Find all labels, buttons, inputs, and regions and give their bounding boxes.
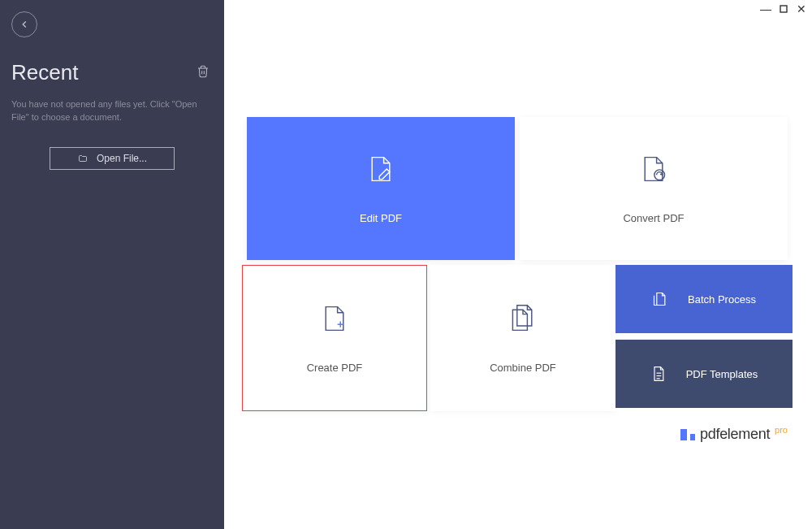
edit-pdf-tile[interactable]: Edit PDF bbox=[247, 117, 515, 260]
chevron-left-icon bbox=[19, 19, 30, 30]
open-file-label: Open File... bbox=[97, 153, 147, 164]
brand-logo: pdfelement pro bbox=[680, 426, 788, 443]
combine-pdf-icon bbox=[508, 303, 538, 334]
convert-pdf-icon bbox=[639, 154, 668, 184]
bottom-tiles: Create PDF Combine PDF Batch Process PDF… bbox=[242, 265, 793, 411]
edit-pdf-icon bbox=[366, 154, 395, 184]
trash-icon bbox=[197, 64, 209, 79]
recent-header: Recent bbox=[11, 60, 213, 85]
open-file-button[interactable]: Open File... bbox=[50, 147, 175, 170]
combine-pdf-tile[interactable]: Combine PDF bbox=[430, 265, 615, 411]
folder-icon bbox=[77, 154, 89, 163]
convert-pdf-tile[interactable]: Convert PDF bbox=[520, 117, 788, 260]
side-tiles: Batch Process PDF Templates bbox=[615, 265, 793, 411]
window-controls: — ✕ bbox=[760, 3, 807, 15]
minimize-button[interactable]: — bbox=[760, 3, 771, 15]
batch-process-tile[interactable]: Batch Process bbox=[615, 265, 793, 333]
maximize-button[interactable] bbox=[778, 3, 789, 15]
back-button[interactable] bbox=[11, 11, 37, 37]
pdf-templates-icon bbox=[650, 365, 667, 383]
combine-pdf-label: Combine PDF bbox=[490, 362, 556, 374]
recent-title: Recent bbox=[11, 60, 78, 85]
clear-recent-button[interactable] bbox=[193, 61, 213, 85]
create-pdf-label: Create PDF bbox=[307, 362, 363, 374]
edit-pdf-label: Edit PDF bbox=[360, 212, 402, 224]
main-panel: — ✕ Edit PDF Convert PDF Create PDF Comb… bbox=[224, 0, 812, 529]
recent-empty-message: You have not opened any files yet. Click… bbox=[11, 98, 213, 124]
create-pdf-tile[interactable]: Create PDF bbox=[242, 265, 427, 411]
convert-pdf-label: Convert PDF bbox=[623, 212, 684, 224]
brand-suffix: pro bbox=[775, 425, 788, 435]
batch-process-label: Batch Process bbox=[688, 293, 756, 306]
sidebar: Recent You have not opened any files yet… bbox=[0, 0, 224, 529]
svg-rect-0 bbox=[780, 6, 787, 12]
close-button[interactable]: ✕ bbox=[796, 3, 807, 15]
svg-point-1 bbox=[654, 169, 665, 180]
create-pdf-icon bbox=[320, 303, 349, 334]
pdf-templates-tile[interactable]: PDF Templates bbox=[615, 340, 793, 408]
brand-name: pdfelement bbox=[700, 426, 770, 443]
brand-mark-icon bbox=[680, 429, 695, 440]
top-tiles: Edit PDF Convert PDF bbox=[247, 117, 788, 260]
batch-process-icon bbox=[652, 290, 668, 308]
pdf-templates-label: PDF Templates bbox=[686, 368, 758, 380]
